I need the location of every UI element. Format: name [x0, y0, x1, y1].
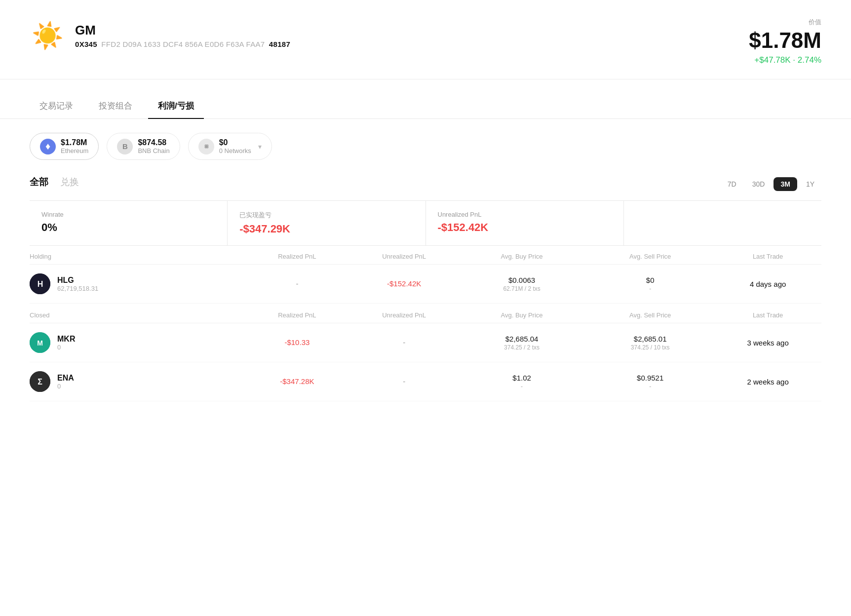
mkr-unrealized: - — [350, 338, 458, 347]
eth-value: $1.78M — [61, 138, 88, 147]
hlg-amount: 62,719,518.31 — [57, 285, 98, 292]
col-unrealized-pnl: Unrealized PnL — [350, 253, 458, 260]
stat-winrate: Winrate 0% — [30, 201, 228, 245]
col-avg-sell: Avg. Sell Price — [586, 253, 714, 260]
page: ☀️ GM 0X345 FFD2 D09A 1633 DCF4 856A E0D… — [0, 0, 851, 616]
table-row: Σ ENA 0 -$347.28K - $1.02 - $0.9521 - — [30, 362, 821, 401]
col-holding: Holding — [30, 253, 244, 260]
tab-transactions[interactable]: 交易记录 — [30, 93, 83, 118]
stat-winrate-value: 0% — [41, 221, 215, 234]
table-row: H HLG 62,719,518.31 - -$152.42K $0.0063 … — [30, 265, 821, 304]
col-closed-realized: Realized PnL — [244, 311, 351, 319]
header-left: ☀️ GM 0X345 FFD2 D09A 1633 DCF4 856A E0D… — [30, 18, 290, 53]
multi-info: $0 0 Networks — [219, 138, 251, 154]
filter-tabs: 全部 兑换 — [30, 176, 79, 192]
token-info-mkr: M MKR 0 — [30, 332, 244, 353]
main-tabs: 交易记录 投资组合 利润/亏损 — [0, 93, 851, 119]
header-info: GM 0X345 FFD2 D09A 1633 DCF4 856A E0D6 F… — [75, 23, 290, 48]
stat-unrealized-label: Unrealized PnL — [438, 211, 612, 218]
stat-unrealized: Unrealized PnL -$152.42K — [426, 201, 624, 245]
multi-icon: ⊞ — [198, 139, 214, 154]
filter-tab-all[interactable]: 全部 — [30, 176, 48, 192]
network-pill-multi[interactable]: ⊞ $0 0 Networks ▾ — [188, 133, 272, 160]
col-closed-avg-sell: Avg. Sell Price — [586, 311, 714, 319]
mkr-name: MKR — [57, 335, 75, 344]
ena-realized: -$347.28K — [244, 377, 351, 386]
wallet-name: GM — [75, 23, 290, 38]
col-closed-last-trade: Last Trade — [714, 311, 821, 319]
mkr-amount: 0 — [57, 344, 75, 351]
token-info-hlg: H HLG 62,719,518.31 — [30, 273, 244, 294]
mkr-realized: -$10.33 — [244, 338, 351, 347]
stat-realized: 已实现盈亏 -$347.29K — [228, 201, 426, 245]
col-closed-avg-buy: Avg. Buy Price — [458, 311, 586, 319]
ena-unrealized: - — [350, 377, 458, 386]
hlg-avg-buy: $0.0063 62.71M / 2 txs — [458, 276, 586, 292]
svg-text:Σ: Σ — [38, 378, 42, 386]
eth-info: $1.78M Ethereum — [61, 138, 88, 154]
stat-realized-label: 已实现盈亏 — [239, 211, 413, 220]
hlg-avg-sell: $0 - — [586, 276, 714, 292]
avatar-icon: ☀️ — [30, 18, 65, 53]
col-last-trade: Last Trade — [714, 253, 821, 260]
tab-portfolio[interactable]: 投资组合 — [89, 93, 142, 118]
token-info-ena: Σ ENA 0 — [30, 371, 244, 392]
bnb-info: $874.58 BNB Chain — [138, 138, 169, 154]
col-avg-buy: Avg. Buy Price — [458, 253, 586, 260]
stat-realized-value: -$347.29K — [239, 223, 413, 235]
hlg-name: HLG — [57, 276, 98, 285]
mkr-logo: M — [30, 332, 50, 353]
time-btn-1y[interactable]: 1Y — [799, 177, 821, 191]
time-btn-3m[interactable]: 3M — [774, 177, 797, 191]
bnb-value: $874.58 — [138, 138, 169, 147]
chevron-down-icon: ▾ — [258, 143, 262, 151]
col-realized-pnl: Realized PnL — [244, 253, 351, 260]
stat-winrate-label: Winrate — [41, 211, 215, 218]
stat-unrealized-value: -$152.42K — [438, 221, 612, 234]
hlg-unrealized: -$152.42K — [350, 279, 458, 288]
header-right: 价值 $1.78M +$47.78K · 2.74% — [749, 18, 821, 65]
multi-name: 0 Networks — [219, 147, 251, 154]
time-btn-7d[interactable]: 7D — [721, 177, 743, 191]
mkr-last-trade: 3 weeks ago — [714, 339, 821, 347]
mkr-avg-sell: $2,685.01 374.25 / 10 txs — [586, 335, 714, 351]
portfolio-value: $1.78M — [749, 29, 821, 52]
wallet-address: 0X345 FFD2 D09A 1633 DCF4 856A E0D6 F63A… — [75, 40, 290, 48]
network-pill-eth[interactable]: ♦ $1.78M Ethereum — [30, 133, 99, 160]
filter-bar: 全部 兑换 7D 30D 3M 1Y — [0, 170, 851, 192]
header: ☀️ GM 0X345 FFD2 D09A 1633 DCF4 856A E0D… — [0, 0, 851, 79]
hlg-token-details: HLG 62,719,518.31 — [57, 276, 98, 292]
closed-section-header: Closed Realized PnL Unrealized PnL Avg. … — [30, 304, 821, 323]
ena-token-details: ENA 0 — [57, 374, 74, 390]
mkr-avg-buy: $2,685.04 374.25 / 2 txs — [458, 335, 586, 351]
hlg-realized: - — [244, 279, 351, 288]
holding-section: Holding Realized PnL Unrealized PnL Avg.… — [0, 246, 851, 401]
ena-avg-sell: $0.9521 - — [586, 374, 714, 390]
hlg-last-trade: 4 days ago — [714, 280, 821, 288]
portfolio-change: +$47.78K · 2.74% — [749, 55, 821, 65]
network-pill-bnb[interactable]: B $874.58 BNB Chain — [107, 133, 180, 160]
stats-row: Winrate 0% 已实现盈亏 -$347.29K Unrealized Pn… — [30, 200, 821, 246]
bnb-name: BNB Chain — [138, 147, 169, 154]
svg-text:H: H — [38, 280, 43, 288]
mkr-token-details: MKR 0 — [57, 335, 75, 351]
svg-text:M: M — [37, 339, 43, 347]
col-closed-unrealized: Unrealized PnL — [350, 311, 458, 319]
network-bar: ♦ $1.78M Ethereum B $874.58 BNB Chain ⊞ … — [0, 119, 851, 170]
ena-last-trade: 2 weeks ago — [714, 378, 821, 386]
filter-tab-swap[interactable]: 兑换 — [60, 176, 79, 192]
eth-name: Ethereum — [61, 147, 88, 154]
time-btn-30d[interactable]: 30D — [745, 177, 772, 191]
value-label: 价值 — [749, 18, 821, 27]
bnb-icon: B — [117, 139, 133, 154]
stat-empty — [624, 201, 821, 245]
ena-avg-buy: $1.02 - — [458, 374, 586, 390]
holding-table-header: Holding Realized PnL Unrealized PnL Avg.… — [30, 246, 821, 265]
time-buttons: 7D 30D 3M 1Y — [721, 177, 821, 191]
multi-value: $0 — [219, 138, 251, 147]
table-row: M MKR 0 -$10.33 - $2,685.04 374.25 / 2 t… — [30, 323, 821, 362]
tab-pnl[interactable]: 利润/亏损 — [148, 93, 204, 118]
eth-icon: ♦ — [40, 139, 56, 154]
ena-logo: Σ — [30, 371, 50, 392]
col-closed: Closed — [30, 311, 244, 319]
